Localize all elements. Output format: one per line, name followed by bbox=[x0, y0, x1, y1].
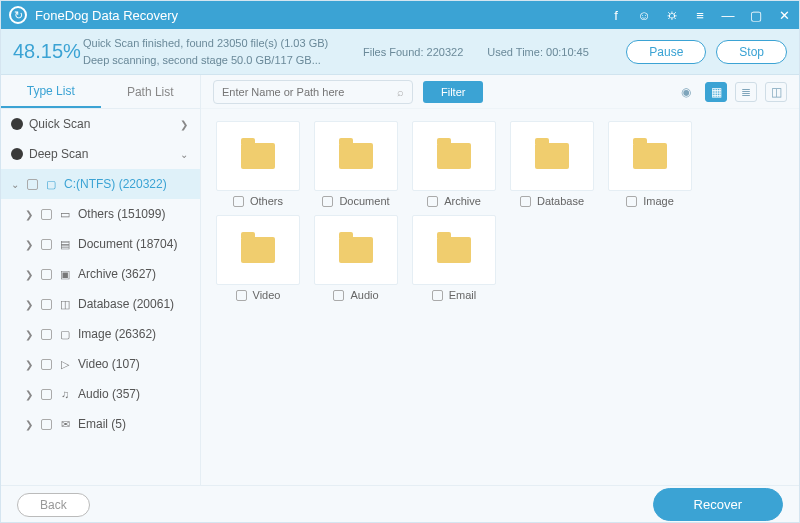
folder-icon bbox=[339, 143, 373, 169]
folder-thumb bbox=[314, 215, 398, 285]
minimize-icon[interactable]: — bbox=[721, 8, 735, 23]
files-found-label: Files Found: bbox=[363, 46, 424, 58]
menu-icon[interactable]: ≡ bbox=[693, 8, 707, 23]
tree-item-checkbox[interactable] bbox=[41, 329, 52, 340]
tab-path-list[interactable]: Path List bbox=[101, 75, 201, 108]
folder-cell[interactable]: Video bbox=[213, 215, 303, 301]
drive-checkbox[interactable] bbox=[27, 179, 38, 190]
tree-item-checkbox[interactable] bbox=[41, 359, 52, 370]
folder-cell[interactable]: Others bbox=[213, 121, 303, 207]
chevron-right-icon[interactable]: ❯ bbox=[25, 269, 35, 280]
tree-item-label: Image (26362) bbox=[78, 327, 156, 341]
scan-messages: Quick Scan finished, found 23050 file(s)… bbox=[83, 35, 363, 68]
drive-icon: ▢ bbox=[44, 178, 58, 191]
tree-item-checkbox[interactable] bbox=[41, 389, 52, 400]
chevron-right-icon[interactable]: ❯ bbox=[25, 299, 35, 310]
stop-button[interactable]: Stop bbox=[716, 40, 787, 64]
category-icon: ✉ bbox=[58, 418, 72, 431]
folder-checkbox[interactable] bbox=[626, 196, 637, 207]
quick-scan-label: Quick Scan bbox=[29, 117, 90, 131]
chevron-right-icon[interactable]: ❯ bbox=[25, 239, 35, 250]
scan-stats: Files Found: 220322 Used Time: 00:10:45 bbox=[363, 46, 626, 58]
close-icon[interactable]: ✕ bbox=[777, 8, 791, 23]
search-box[interactable]: ⌕ bbox=[213, 80, 413, 104]
chevron-down-icon[interactable]: ⌄ bbox=[180, 149, 190, 160]
folder-cell[interactable]: Database bbox=[507, 121, 597, 207]
used-time-value: 00:10:45 bbox=[546, 46, 589, 58]
folder-checkbox[interactable] bbox=[322, 196, 333, 207]
folder-icon bbox=[241, 237, 275, 263]
folder-cell[interactable]: Document bbox=[311, 121, 401, 207]
folder-checkbox[interactable] bbox=[427, 196, 438, 207]
recover-button[interactable]: Recover bbox=[653, 488, 783, 521]
tree-item[interactable]: ❯✉Email (5) bbox=[1, 409, 200, 439]
tree-item-checkbox[interactable] bbox=[41, 239, 52, 250]
grid-view-icon[interactable]: ▦ bbox=[705, 82, 727, 102]
folder-icon bbox=[437, 143, 471, 169]
folder-icon bbox=[339, 237, 373, 263]
feedback-icon[interactable]: ☺ bbox=[637, 8, 651, 23]
folder-cell[interactable]: Archive bbox=[409, 121, 499, 207]
folder-grid: OthersDocumentArchiveDatabaseImageVideoA… bbox=[201, 109, 799, 485]
tree-item-label: Document (18704) bbox=[78, 237, 177, 251]
folder-icon bbox=[633, 143, 667, 169]
preview-toggle-icon[interactable]: ◉ bbox=[675, 82, 697, 102]
facebook-icon[interactable]: f bbox=[609, 8, 623, 23]
sidebar-tree: Quick Scan ❯ Deep Scan ⌄ ⌄ ▢ C:(NTFS) (2… bbox=[1, 109, 200, 485]
app-logo-icon: ↻ bbox=[9, 6, 27, 24]
folder-checkbox[interactable] bbox=[432, 290, 443, 301]
pause-button[interactable]: Pause bbox=[626, 40, 706, 64]
tree-item[interactable]: ❯▷Video (107) bbox=[1, 349, 200, 379]
folder-cell[interactable]: Email bbox=[409, 215, 499, 301]
category-icon: ▤ bbox=[58, 238, 72, 251]
chevron-right-icon[interactable]: ❯ bbox=[25, 359, 35, 370]
tree-item[interactable]: ❯▣Archive (3627) bbox=[1, 259, 200, 289]
tree-item-checkbox[interactable] bbox=[41, 269, 52, 280]
category-icon: ▭ bbox=[58, 208, 72, 221]
list-view-icon[interactable]: ≣ bbox=[735, 82, 757, 102]
tree-item-label: Others (151099) bbox=[78, 207, 165, 221]
scan-msg-line1: Quick Scan finished, found 23050 file(s)… bbox=[83, 35, 363, 52]
folder-label: Image bbox=[643, 195, 674, 207]
chevron-right-icon[interactable]: ❯ bbox=[180, 119, 190, 130]
title-bar: ↻ FoneDog Data Recovery f ☺ ⛭ ≡ — ▢ ✕ bbox=[1, 1, 799, 29]
folder-checkbox[interactable] bbox=[233, 196, 244, 207]
settings-icon[interactable]: ⛭ bbox=[665, 8, 679, 23]
maximize-icon[interactable]: ▢ bbox=[749, 8, 763, 23]
chevron-down-icon[interactable]: ⌄ bbox=[11, 179, 21, 190]
tree-item[interactable]: ❯▤Document (18704) bbox=[1, 229, 200, 259]
tree-item[interactable]: ❯▢Image (26362) bbox=[1, 319, 200, 349]
window-controls: f ☺ ⛭ ≡ — ▢ ✕ bbox=[609, 8, 791, 23]
chevron-right-icon[interactable]: ❯ bbox=[25, 329, 35, 340]
tree-quick-scan[interactable]: Quick Scan ❯ bbox=[1, 109, 200, 139]
category-icon: ▣ bbox=[58, 268, 72, 281]
chevron-right-icon[interactable]: ❯ bbox=[25, 389, 35, 400]
folder-checkbox[interactable] bbox=[520, 196, 531, 207]
tree-item-label: Database (20061) bbox=[78, 297, 174, 311]
tree-item-checkbox[interactable] bbox=[41, 419, 52, 430]
tree-deep-scan[interactable]: Deep Scan ⌄ bbox=[1, 139, 200, 169]
tree-item[interactable]: ❯♫Audio (357) bbox=[1, 379, 200, 409]
back-button[interactable]: Back bbox=[17, 493, 90, 517]
folder-icon bbox=[241, 143, 275, 169]
tree-item[interactable]: ❯◫Database (20061) bbox=[1, 289, 200, 319]
detail-view-icon[interactable]: ◫ bbox=[765, 82, 787, 102]
tree-item-checkbox[interactable] bbox=[41, 299, 52, 310]
chevron-right-icon[interactable]: ❯ bbox=[25, 209, 35, 220]
folder-cell[interactable]: Audio bbox=[311, 215, 401, 301]
search-input[interactable] bbox=[222, 86, 397, 98]
tree-item[interactable]: ❯▭Others (151099) bbox=[1, 199, 200, 229]
category-icon: ◫ bbox=[58, 298, 72, 311]
tab-type-list[interactable]: Type List bbox=[1, 75, 101, 108]
tree-item-checkbox[interactable] bbox=[41, 209, 52, 220]
folder-label: Email bbox=[449, 289, 477, 301]
folder-label: Document bbox=[339, 195, 389, 207]
chevron-right-icon[interactable]: ❯ bbox=[25, 419, 35, 430]
folder-checkbox[interactable] bbox=[236, 290, 247, 301]
tree-drive-c[interactable]: ⌄ ▢ C:(NTFS) (220322) bbox=[1, 169, 200, 199]
search-icon[interactable]: ⌕ bbox=[397, 86, 404, 98]
folder-checkbox[interactable] bbox=[333, 290, 344, 301]
drive-label: C:(NTFS) (220322) bbox=[64, 177, 167, 191]
folder-cell[interactable]: Image bbox=[605, 121, 695, 207]
filter-button[interactable]: Filter bbox=[423, 81, 483, 103]
